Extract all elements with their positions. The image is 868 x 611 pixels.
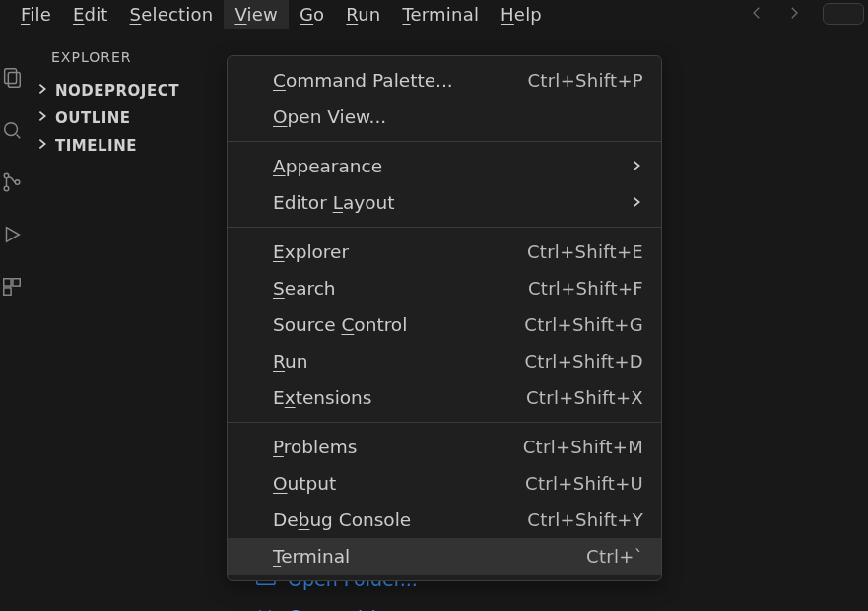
menu-separator [228,141,661,142]
menu-item-label: Run [273,351,524,372]
chevron-right-icon [630,192,643,213]
menu-editor-layout[interactable]: Editor Layout [228,184,661,221]
menu-terminal[interactable]: Terminal [391,0,490,29]
svg-rect-8 [4,288,11,295]
sidebar-section-project[interactable]: NODEPROJECT [32,77,221,104]
menu-terminal-view[interactable]: Terminal Ctrl+` [228,538,661,575]
back-arrow-icon[interactable] [748,4,766,25]
view-menu-dropdown: Command Palette... Ctrl+Shift+P Open Vie… [227,55,662,581]
menu-item-label: Problems [273,437,523,457]
menu-source-control[interactable]: Source Control Ctrl+Shift+G [228,306,661,343]
svg-rect-1 [8,73,20,88]
menu-item-label: Source Control [273,314,524,335]
menu-separator [228,227,661,228]
menu-item-shortcut: Ctrl+Shift+Y [527,509,643,530]
chevron-right-icon [35,109,49,127]
menu-item-shortcut: Ctrl+Shift+G [524,314,643,335]
command-center-pill[interactable] [823,3,864,25]
menu-item-shortcut: Ctrl+Shift+M [523,437,643,457]
svg-rect-7 [13,279,20,286]
menu-help[interactable]: Help [490,0,553,29]
menu-item-label: Search [273,278,528,299]
remote-icon [254,604,276,611]
extensions-icon[interactable] [1,276,23,301]
menu-debug-console[interactable]: Debug Console Ctrl+Shift+Y [228,502,661,538]
sidebar-section-timeline[interactable]: TIMELINE [32,132,221,160]
menu-view[interactable]: View [224,0,289,29]
menu-appearance[interactable]: Appearance [228,148,661,184]
menu-open-view[interactable]: Open View... [228,99,661,135]
menu-item-label: Editor Layout [273,192,630,213]
chevron-right-icon [35,82,49,100]
menu-item-shortcut: Ctrl+Shift+U [525,473,643,494]
menu-item-label: Extensions [273,387,526,408]
svg-point-2 [5,123,18,136]
menu-edit[interactable]: Edit [62,0,119,29]
menu-item-shortcut: Ctrl+` [586,546,643,567]
menu-file[interactable]: File [10,0,62,29]
menu-item-shortcut: Ctrl+Shift+E [527,241,643,262]
menu-run-view[interactable]: Run Ctrl+Shift+D [228,343,661,379]
menu-item-label: Command Palette... [273,70,527,91]
start-item-label: Connect to... [288,606,407,611]
menu-item-shortcut: Ctrl+Shift+F [528,278,643,299]
menu-item-label: Debug Console [273,509,527,530]
run-debug-icon[interactable] [1,224,23,248]
svg-rect-6 [4,279,11,286]
menu-go[interactable]: Go [289,0,335,29]
menu-command-palette[interactable]: Command Palette... Ctrl+Shift+P [228,62,661,99]
menu-item-label: Terminal [273,546,586,567]
menu-problems[interactable]: Problems Ctrl+Shift+M [228,429,661,465]
menu-separator [228,422,661,423]
menu-item-label: Output [273,473,525,494]
menu-item-label: Appearance [273,156,630,176]
forward-arrow-icon[interactable] [785,4,803,25]
start-connect[interactable]: Connect to... [254,604,868,611]
search-icon[interactable] [1,119,23,144]
svg-rect-0 [5,69,17,84]
explorer-sidebar: EXPLORER NODEPROJECT OUTLINE TIMELINE [24,28,221,611]
activity-bar [0,28,24,611]
sidebar-section-outline[interactable]: OUTLINE [32,104,221,132]
source-control-icon[interactable] [1,171,23,196]
nav-arrows [748,4,803,25]
sidebar-section-label: OUTLINE [55,109,131,127]
menu-selection[interactable]: Selection [119,0,225,29]
menu-output[interactable]: Output Ctrl+Shift+U [228,465,661,502]
chevron-right-icon [630,156,643,176]
menu-bar: File Edit Selection View Go Run Terminal… [10,0,553,29]
title-bar: File Edit Selection View Go Run Terminal… [0,0,868,28]
menu-item-shortcut: Ctrl+Shift+X [526,387,643,408]
menu-search[interactable]: Search Ctrl+Shift+F [228,270,661,306]
menu-extensions[interactable]: Extensions Ctrl+Shift+X [228,379,661,416]
menu-explorer[interactable]: Explorer Ctrl+Shift+E [228,234,661,270]
explorer-icon[interactable] [1,67,23,92]
sidebar-section-label: TIMELINE [55,137,137,155]
chevron-right-icon [35,137,49,155]
svg-point-3 [4,173,9,178]
menu-item-label: Open View... [273,106,643,127]
svg-point-5 [15,180,20,185]
sidebar-title: EXPLORER [32,43,221,77]
menu-item-label: Explorer [273,241,527,262]
menu-item-shortcut: Ctrl+Shift+D [524,351,643,372]
menu-run[interactable]: Run [335,0,391,29]
sidebar-section-label: NODEPROJECT [55,82,179,100]
menu-item-shortcut: Ctrl+Shift+P [527,70,643,91]
svg-point-4 [4,186,9,191]
